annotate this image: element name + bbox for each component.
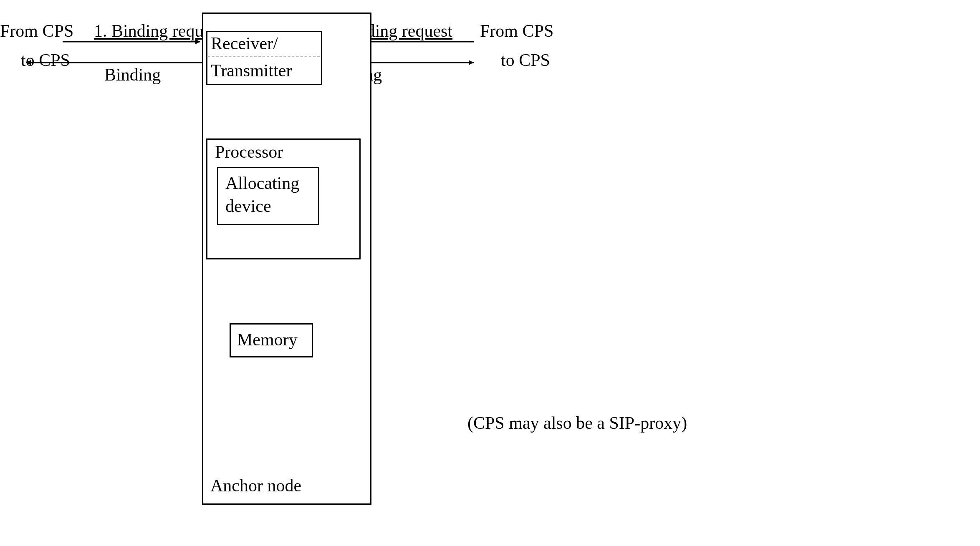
allocating-line1: Allocating xyxy=(225,173,299,193)
right-from-label: From CPS xyxy=(480,21,553,41)
memory-label: Memory xyxy=(237,330,298,350)
cps-note: (CPS may also be a SIP-proxy) xyxy=(467,413,687,433)
left-bottom-arrow-label: Binding xyxy=(104,65,161,85)
left-from-label: From CPS xyxy=(0,21,73,41)
receiver-divider xyxy=(208,56,320,57)
left-to-label: to CPS xyxy=(21,50,70,70)
receiver-line1: Receiver/ xyxy=(211,33,278,53)
anchor-node-title: Anchor node xyxy=(210,476,301,496)
processor-title: Processor xyxy=(215,142,283,162)
right-to-label: to CPS xyxy=(501,50,550,70)
allocating-line2: device xyxy=(225,196,271,216)
receiver-line2: Transmitter xyxy=(211,60,292,81)
